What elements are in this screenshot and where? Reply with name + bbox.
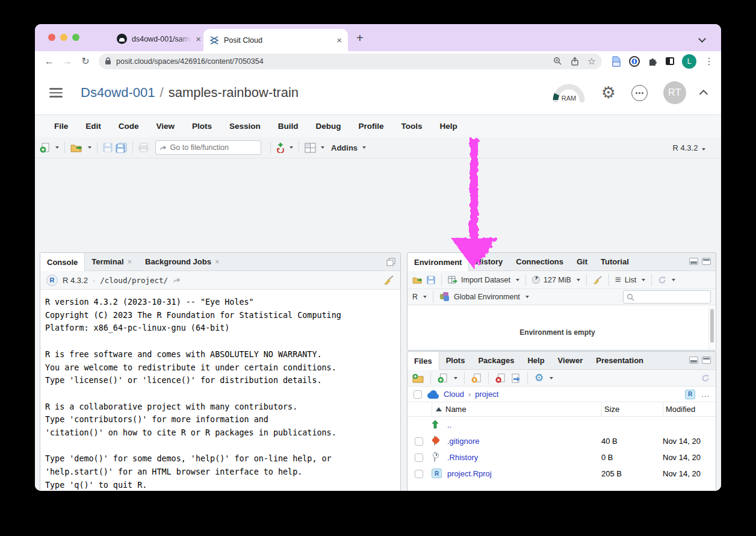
file-link[interactable]: .Rhistory xyxy=(447,453,601,462)
browser-profile-avatar[interactable]: L xyxy=(682,54,696,69)
collapse-chevron-icon[interactable] xyxy=(699,90,708,98)
menu-build[interactable]: Build xyxy=(278,122,299,131)
menu-session[interactable]: Session xyxy=(229,122,261,131)
save-workspace-icon[interactable] xyxy=(427,276,435,284)
back-button[interactable] xyxy=(42,56,57,67)
file-link[interactable]: project.Rproj xyxy=(447,469,601,478)
menu-code[interactable]: Code xyxy=(119,122,139,131)
new-file-icon[interactable] xyxy=(40,142,51,153)
tab-terminal[interactable]: Terminal× xyxy=(85,253,138,270)
console-output[interactable]: R version 4.3.2 (2023-10-31) -- "Eye Hol… xyxy=(40,290,400,491)
row-checkbox[interactable] xyxy=(415,470,423,478)
environment-scope-selector[interactable]: Global Environment xyxy=(454,293,520,301)
column-size[interactable]: Size xyxy=(601,402,663,416)
select-all-checkbox[interactable] xyxy=(414,390,422,399)
language-selector[interactable]: R xyxy=(412,293,418,301)
tab-history[interactable]: History xyxy=(469,253,509,270)
breadcrumb-cloud-link[interactable]: Cloud xyxy=(444,390,464,399)
tab-environment[interactable]: Environment xyxy=(407,253,469,271)
docs-extension-icon[interactable] xyxy=(612,56,621,67)
row-checkbox[interactable] xyxy=(415,437,423,446)
maximize-panel-icon[interactable] xyxy=(702,357,711,364)
copy-file-icon[interactable] xyxy=(510,373,521,383)
menu-view[interactable]: View xyxy=(156,122,175,131)
memory-usage[interactable]: 127 MiB xyxy=(544,276,571,284)
tab-viewer[interactable]: Viewer xyxy=(551,352,590,369)
row-checkbox[interactable] xyxy=(415,453,423,462)
table-row[interactable]: R project.Rproj 205 B Nov 14, 20 xyxy=(407,466,716,482)
tab-search-icon[interactable] xyxy=(699,33,705,39)
column-name[interactable]: Name xyxy=(445,405,466,414)
tab-help[interactable]: Help xyxy=(521,352,551,369)
goto-file-input[interactable] xyxy=(170,143,257,152)
file-link[interactable]: .. xyxy=(447,420,601,429)
close-window-button[interactable] xyxy=(48,34,55,41)
environment-search-box[interactable] xyxy=(623,290,711,304)
tab-close-icon[interactable] xyxy=(336,35,342,45)
menu-edit[interactable]: Edit xyxy=(85,122,101,131)
hamburger-menu-icon[interactable] xyxy=(49,88,63,98)
menu-profile[interactable]: Profile xyxy=(359,122,384,131)
table-row[interactable]: .Rhistory 0 B Nov 14, 20 xyxy=(407,449,716,466)
tab-git[interactable]: Git xyxy=(570,253,594,270)
refresh-icon[interactable] xyxy=(701,374,710,382)
new-blank-file-icon[interactable] xyxy=(438,373,448,383)
extensions-puzzle-icon[interactable] xyxy=(648,56,658,66)
panes-icon[interactable] xyxy=(305,143,316,153)
menu-help[interactable]: Help xyxy=(440,122,457,131)
account-avatar[interactable]: RT xyxy=(663,81,686,104)
tab-background-jobs[interactable]: Background Jobs× xyxy=(138,253,226,270)
onepassword-extension-icon[interactable] xyxy=(629,56,640,67)
sort-ascending-icon[interactable] xyxy=(436,407,442,411)
tab-connections[interactable]: Connections xyxy=(509,253,570,270)
more-options-icon[interactable] xyxy=(631,85,648,101)
upload-icon[interactable] xyxy=(471,373,482,383)
refresh-icon[interactable] xyxy=(658,276,666,284)
sidebar-toggle-icon[interactable] xyxy=(666,57,674,65)
open-file-dropdown[interactable] xyxy=(88,146,91,149)
vertical-scrollbar[interactable] xyxy=(708,307,715,349)
addins-dropdown[interactable] xyxy=(362,146,366,149)
new-tab-button[interactable] xyxy=(356,31,364,45)
new-file-dropdown[interactable] xyxy=(55,146,59,149)
minimize-window-button[interactable] xyxy=(60,34,67,41)
maximize-panel-icon[interactable] xyxy=(702,258,711,265)
tab-packages[interactable]: Packages xyxy=(471,352,521,369)
delete-file-icon[interactable] xyxy=(495,373,506,383)
zoom-window-button[interactable] xyxy=(72,34,79,41)
menu-file[interactable]: File xyxy=(54,122,68,131)
breadcrumb-more-button[interactable]: ... xyxy=(701,390,710,399)
tab-files[interactable]: Files xyxy=(407,352,439,370)
browser-menu-icon[interactable] xyxy=(704,55,714,67)
tab-github[interactable]: ds4owd-001/samples-rainbow xyxy=(114,34,203,51)
tab-presentation[interactable]: Presentation xyxy=(589,352,650,369)
close-icon[interactable]: × xyxy=(128,257,132,266)
minimize-panel-icon[interactable] xyxy=(689,258,698,265)
table-row-up[interactable]: .. xyxy=(407,417,716,433)
reload-button[interactable] xyxy=(78,55,93,67)
column-modified[interactable]: Modified xyxy=(663,402,716,416)
goto-directory-icon[interactable] xyxy=(173,277,181,284)
version-control-icon[interactable] xyxy=(276,142,285,153)
new-file-dropdown[interactable] xyxy=(454,377,457,379)
breadcrumb-project-link[interactable]: project xyxy=(475,390,498,399)
maximize-panel-icon[interactable] xyxy=(386,258,395,266)
zoom-icon[interactable] xyxy=(553,57,562,66)
workspace-link[interactable]: Ds4owd-001 xyxy=(81,85,155,100)
menu-debug[interactable]: Debug xyxy=(316,122,341,131)
clear-console-icon[interactable] xyxy=(383,275,394,285)
tab-tutorial[interactable]: Tutorial xyxy=(594,253,636,270)
address-bar[interactable]: posit.cloud/spaces/426916/content/705035… xyxy=(99,54,602,69)
load-workspace-icon[interactable] xyxy=(412,276,423,284)
goto-file-box[interactable] xyxy=(155,140,261,155)
close-icon[interactable]: × xyxy=(215,257,220,266)
import-dataset-button[interactable]: Import Dataset xyxy=(461,276,510,284)
list-view-selector[interactable]: List xyxy=(625,276,636,284)
bookmark-star-icon[interactable] xyxy=(587,55,596,67)
r-version-selector[interactable]: R 4.3.2 xyxy=(672,143,705,152)
save-all-icon[interactable] xyxy=(116,143,127,153)
tab-console[interactable]: Console xyxy=(40,253,85,271)
rproject-badge-icon[interactable]: R xyxy=(685,390,695,399)
minimize-panel-icon[interactable] xyxy=(689,357,698,364)
file-link[interactable]: .gitignore xyxy=(447,437,601,446)
